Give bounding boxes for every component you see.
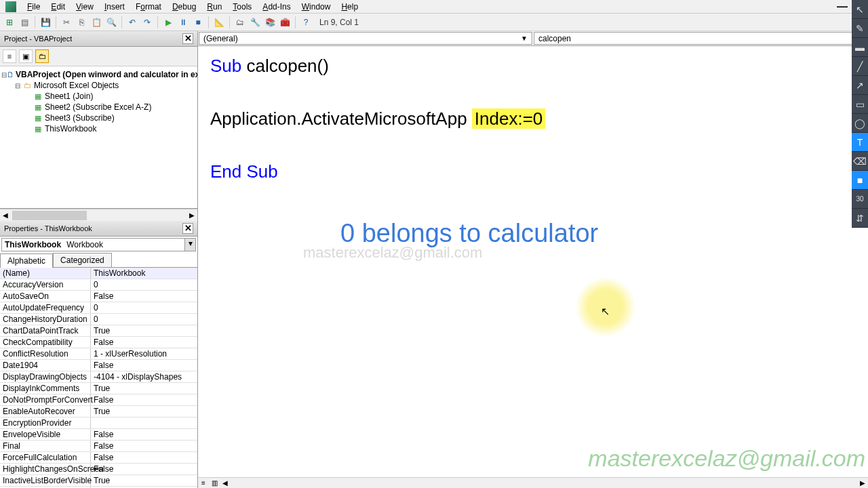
design-mode-icon[interactable]: 📐 (212, 16, 226, 29)
watermark-faint: masterexcelaz@gmail.com (303, 241, 482, 264)
menu-tools[interactable]: Tools (227, 1, 257, 13)
property-row[interactable]: DoNotPromptForConvertFalse (0, 394, 197, 406)
properties-icon[interactable]: 🔧 (248, 16, 262, 29)
undo-icon[interactable]: ↶ (125, 16, 139, 29)
copy-icon[interactable]: ⎘ (75, 16, 88, 29)
reset-icon[interactable]: ■ (191, 16, 205, 29)
menu-addins[interactable]: Add-Ins (257, 1, 296, 13)
properties-object-combo[interactable]: ThisWorkbook Workbook ▾ (1, 238, 196, 251)
project-hscroll[interactable]: ◀▶ (0, 209, 197, 221)
property-row[interactable]: EnableAutoRecoverTrue (0, 406, 197, 418)
tree-sheet2[interactable]: ▦ Sheet2 (Subscribe Excel A-Z) (1, 102, 196, 113)
run-icon[interactable]: ▶ (161, 16, 175, 29)
highlighted-parameter: Index:=0 (472, 108, 545, 129)
insert-module-icon[interactable]: ▤ (18, 16, 31, 29)
tab-alphabetic[interactable]: Alphabetic (0, 253, 53, 268)
project-tree[interactable]: ⊟ 🗋 VBAProject (Open winword and calcula… (0, 66, 197, 209)
property-row[interactable]: ForceFullCalculationFalse (0, 452, 197, 464)
tree-folder[interactable]: ⊟ 🗀 Microsoft Excel Objects (1, 80, 196, 91)
property-row[interactable]: ChartDataPointTrackTrue (0, 325, 197, 337)
project-explorer-pane: Project - VBAProject ✕ ≡ ▣ 🗀 ⊟ 🗋 VBAProj… (0, 31, 197, 221)
tree-project-root[interactable]: ⊟ 🗋 VBAProject (Open winword and calcula… (1, 69, 196, 80)
redo-icon[interactable]: ↷ (140, 16, 154, 29)
menu-help[interactable]: Help (336, 1, 363, 13)
close-properties-pane[interactable]: ✕ (182, 223, 193, 234)
menu-file[interactable]: File (22, 1, 45, 13)
toolbox-icon[interactable]: 🧰 (278, 16, 292, 29)
app-icon (5, 1, 16, 12)
mouse-cursor-icon: ↖ (601, 304, 610, 320)
cut-icon[interactable]: ✂ (60, 16, 73, 29)
property-row[interactable]: CheckCompatibilityFalse (0, 337, 197, 348)
menu-debug[interactable]: Debug (167, 1, 201, 13)
menu-edit[interactable]: Edit (45, 1, 71, 13)
menu-window[interactable]: Window (296, 1, 336, 13)
view-code-icon[interactable]: ≡ (3, 49, 16, 63)
excel-icon[interactable]: ⊞ (3, 16, 16, 29)
cursor-position: Ln 9, Col 1 (319, 18, 359, 27)
minimize-button[interactable]: — (837, 1, 848, 13)
property-row[interactable]: AutoSaveOnFalse (0, 291, 197, 302)
menu-format[interactable]: Format (130, 1, 167, 13)
save-icon[interactable]: 💾 (39, 16, 52, 29)
tab-categorized[interactable]: Categorized (53, 253, 112, 267)
toolbar: ⊞ ▤ 💾 ✂ ⎘ 📋 🔍 ↶ ↷ ▶ ⏸ ■ 📐 🗂 🔧 📚 🧰 ? Ln 9… (0, 14, 868, 31)
project-pane-title: Project - VBAProject (4, 35, 72, 43)
property-row[interactable]: EnvelopeVisibleFalse (0, 429, 197, 441)
size-value[interactable]: 30 (852, 190, 868, 209)
property-row[interactable]: EncryptionProvider (0, 418, 197, 429)
break-icon[interactable]: ⏸ (176, 16, 190, 29)
annotation-toolbar: ↖ ✎ ▬ ╱ ↗ ▭ ◯ T ⌫ ■ 30 ⇵ (852, 0, 868, 228)
menu-insert[interactable]: Insert (99, 1, 130, 13)
find-icon[interactable]: 🔍 (104, 16, 118, 29)
more-tools-icon[interactable]: ⇵ (852, 209, 868, 228)
highlighter-tool-icon[interactable]: ▬ (852, 38, 868, 57)
property-row[interactable]: AutoUpdateFrequency0 (0, 302, 197, 314)
property-row[interactable]: (Name)ThisWorkbook (0, 268, 197, 279)
text-tool-icon[interactable]: T (852, 133, 868, 152)
pen-tool-icon[interactable]: ✎ (852, 19, 868, 38)
menu-run[interactable]: Run (201, 1, 227, 13)
properties-pane-title: Properties - ThisWorkbook (4, 224, 92, 232)
object-browser-icon[interactable]: 📚 (263, 16, 277, 29)
rect-tool-icon[interactable]: ▭ (852, 95, 868, 114)
object-combo[interactable]: (General)▼ (199, 32, 532, 45)
close-project-pane[interactable]: ✕ (182, 33, 193, 44)
property-row[interactable]: Date1904False (0, 360, 197, 371)
toggle-folders-icon[interactable]: 🗀 (35, 49, 49, 63)
project-explorer-icon[interactable]: 🗂 (233, 16, 247, 29)
properties-pane: Properties - ThisWorkbook ✕ ThisWorkbook… (0, 221, 197, 488)
property-row[interactable]: ChangeHistoryDuration0 (0, 314, 197, 325)
menubar: File Edit View Insert Format Debug Run T… (0, 0, 868, 14)
code-hscroll[interactable]: ≡▥◀▶ (198, 477, 868, 488)
property-row[interactable]: HighlightChangesOnScreenFalse (0, 464, 197, 475)
tree-thisworkbook[interactable]: ▦ ThisWorkbook (1, 123, 196, 134)
help-icon[interactable]: ? (299, 16, 313, 29)
pointer-tool-icon[interactable]: ↖ (852, 0, 868, 19)
property-row[interactable]: InactiveListBorderVisibleTrue (0, 475, 197, 487)
property-row[interactable]: ConflictResolution1 - xlUserResolution (0, 348, 197, 360)
menu-view[interactable]: View (71, 1, 99, 13)
property-row[interactable]: DisplayInkCommentsTrue (0, 383, 197, 394)
paste-icon[interactable]: 📋 (90, 16, 103, 29)
procedure-combo[interactable]: calcopen▼ (534, 32, 867, 45)
properties-grid[interactable]: (Name)ThisWorkbookAccuracyVersion0AutoSa… (0, 268, 197, 488)
arrow-tool-icon[interactable]: ↗ (852, 76, 868, 95)
property-row[interactable]: FinalFalse (0, 441, 197, 452)
watermark-green: masterexcelaz@gmail.com (588, 441, 865, 476)
tree-sheet1[interactable]: ▦ Sheet1 (Join) (1, 91, 196, 102)
view-object-icon[interactable]: ▣ (19, 49, 33, 63)
property-row[interactable]: AccuracyVersion0 (0, 279, 197, 291)
color-swatch[interactable]: ■ (852, 171, 868, 190)
tree-sheet3[interactable]: ▦ Sheet3 (Subscribe) (1, 113, 196, 123)
property-row[interactable]: DisplayDrawingObjects-4104 - xlDisplaySh… (0, 371, 197, 383)
code-area: (General)▼ calcopen▼ Sub calcopen() Appl… (198, 31, 868, 488)
code-editor[interactable]: Sub calcopen() Application.ActivateMicro… (198, 46, 868, 477)
ellipse-tool-icon[interactable]: ◯ (852, 114, 868, 133)
line-tool-icon[interactable]: ╱ (852, 57, 868, 76)
eraser-tool-icon[interactable]: ⌫ (852, 152, 868, 171)
